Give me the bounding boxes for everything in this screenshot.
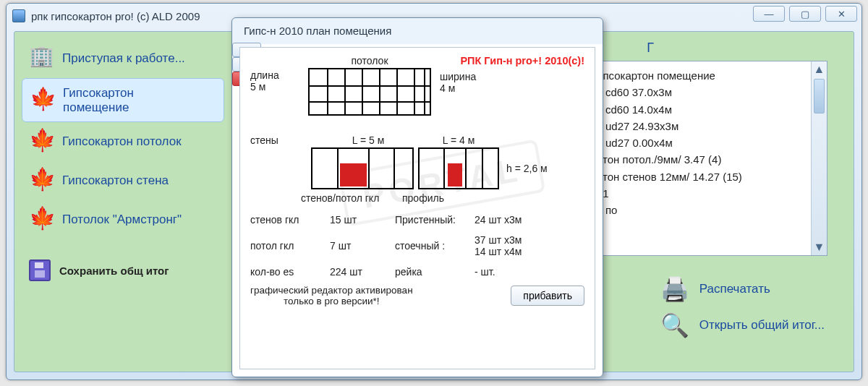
stat-label: рейка [395, 266, 475, 278]
report-line: ртон стенов 12мм/ 14.27 (15) [597, 168, 820, 185]
report-line: ь по [597, 202, 820, 218]
red-highlight [340, 163, 367, 186]
length-value: 5 м [250, 81, 308, 93]
open-total-label: Открыть общий итог... [699, 318, 825, 333]
report-line: 61 [597, 185, 820, 202]
stat-value: 37 шт x3м 14 шт x4м [475, 234, 540, 257]
report-line: ь cd60 37.0x3м [597, 84, 820, 100]
save-total-label: Сохранить общ итог [59, 265, 169, 277]
leaf-icon [29, 129, 54, 154]
stat-value: 7 шт [330, 240, 395, 252]
scroll-thumb[interactable] [814, 79, 825, 113]
stat-label: Пристенный: [395, 214, 475, 226]
dialog-body: РПК Гип-н pro+! 2010(c)! PORTAL длина 5 … [239, 47, 595, 369]
report-line: ипсокартон помещение [597, 67, 820, 84]
stat-label: стоечный : [395, 240, 475, 252]
sidebar-item-getting-started[interactable]: Приступая к работе... [22, 39, 224, 78]
report-line: ь ud27 24.93x3м [597, 118, 820, 134]
main-window-sys-buttons: — ▢ ✕ [753, 6, 857, 22]
width-label: ширина [440, 71, 476, 82]
wall-diagram-L1 [311, 147, 414, 189]
stat-label: стенов гкл [250, 214, 330, 226]
sub-label-a: стенов/потол гкл [250, 192, 402, 204]
report-line: ртон потол./9мм/ 3.47 (4) [597, 151, 820, 168]
magnifier-icon [660, 314, 689, 337]
sidebar-item-label: Гипсокартон потолок [62, 134, 182, 149]
stat-value: 15 шт [330, 214, 395, 226]
floppy-icon [29, 260, 51, 281]
save-total-button[interactable]: Сохранить общ итог [22, 254, 224, 287]
wall-diagram-L2 [418, 147, 499, 189]
report-line: ь cd60 14.0x4м [597, 101, 820, 118]
sidebar-item-ceiling[interactable]: Гипсокартон потолок [22, 122, 224, 161]
wall-L1-label: L = 5 м [321, 134, 415, 146]
maximize-button[interactable]: ▢ [789, 6, 821, 22]
sidebar-item-label: Гипсокартон стена [62, 173, 169, 188]
width-value: 4 м [440, 82, 476, 94]
app-icon [12, 9, 25, 22]
close-button[interactable]: ✕ [825, 6, 857, 22]
scroll-down-icon[interactable]: ▼ [812, 239, 827, 255]
action-row: Распечатать Открыть общий итог... [660, 278, 825, 337]
stat-value: 24 шт x3м [475, 214, 540, 226]
building-icon [29, 46, 54, 71]
pro-note: графический редактор активирован только … [250, 285, 413, 306]
stat-label: кол-во es [250, 266, 330, 278]
leaf-icon [29, 168, 54, 193]
plan-dialog: Гипс-н 2010 план помещения — ▣ ✕ РПК Гип… [231, 17, 603, 377]
sidebar-item-armstrong[interactable]: Потолок "Армстронг" [22, 200, 224, 239]
sidebar-item-wall[interactable]: Гипсокартон стена [22, 161, 224, 200]
length-label: длина [250, 69, 308, 81]
scroll-up-icon[interactable]: ▲ [812, 61, 827, 77]
main-window-title: рпк гипсокартон pro! (c) ALD 2009 [31, 10, 200, 22]
wall-h-label: h = 2,6 м [506, 163, 548, 174]
dialog-titlebar[interactable]: Гипс-н 2010 план помещения [232, 18, 603, 43]
scrollbar[interactable]: ▲ ▼ [811, 61, 827, 255]
stat-value: - шт. [475, 266, 540, 278]
leaf-icon [29, 207, 54, 232]
sidebar-item-room[interactable]: Гипсокартон помещение [22, 78, 224, 122]
leaf-icon [30, 88, 54, 113]
report-line: ь ud27 0.00x4м [597, 134, 820, 151]
open-total-button[interactable]: Открыть общий итог... [660, 314, 825, 337]
report-lines: ипсокартон помещение ь cd60 37.0x3м ь cd… [590, 61, 827, 224]
ceiling-label: потолок [308, 55, 431, 67]
sub-label-b: профиль [402, 192, 444, 204]
minimize-button[interactable]: — [753, 6, 785, 22]
stat-value: 224 шт [330, 266, 395, 278]
dialog-title: Гипс-н 2010 план помещения [244, 25, 391, 37]
sidebar: Приступая к работе... Гипсокартон помеще… [14, 32, 231, 372]
ceiling-plan-diagram [308, 68, 431, 116]
red-highlight [448, 163, 461, 186]
add-button[interactable]: прибавить [511, 286, 584, 306]
brand-label: РПК Гип-н pro+! 2010(c)! [460, 55, 584, 67]
printer-icon [660, 278, 689, 301]
walls-label: стены [250, 134, 321, 146]
stat-label: потол гкл [250, 240, 330, 252]
sidebar-item-label: Приступая к работе... [62, 51, 185, 66]
report-textbox[interactable]: ипсокартон помещение ь cd60 37.0x3м ь cd… [589, 61, 827, 256]
sidebar-item-label: Гипсокартон помещение [63, 86, 134, 114]
sidebar-item-label: Потолок "Армстронг" [62, 213, 182, 227]
stats-grid: стенов гкл 15 шт Пристенный: 24 шт x3м п… [250, 214, 584, 278]
print-label: Распечатать [699, 282, 770, 296]
wall-L2-label: L = 4 м [415, 134, 502, 146]
print-button[interactable]: Распечатать [660, 278, 770, 301]
